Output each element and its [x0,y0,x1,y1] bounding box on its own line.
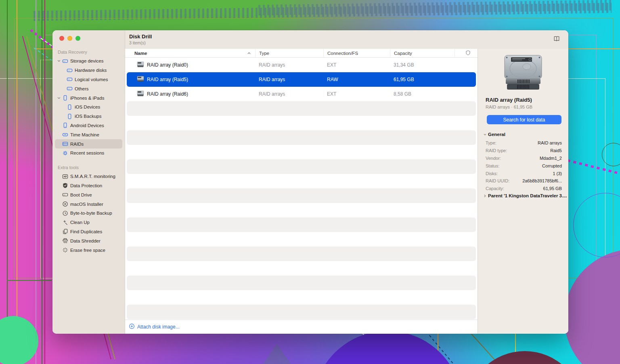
general-detail-rows: Type:RAID arrays RAID type:Raid5 Vendor:… [486,139,562,192]
sidebar-item-iphones-ipads[interactable]: iPhones & iPads [55,93,122,103]
detail-row: RAID UUID:2a6b8b391785bf6... [486,177,562,185]
sidebar-item-boot-drive[interactable]: Boot Drive [55,190,122,199]
shield-check-icon [62,182,68,189]
sidebar-list: Data Recovery Storage devices Hardware d… [52,48,125,255]
sidebar-item-label: Data Protection [70,183,102,188]
sidebar-item-label: Byte-to-byte Backup [70,211,112,215]
detail-row: Status:Corrupted [486,162,562,169]
table-row-empty [125,232,478,247]
row-type: RAID arrays [255,91,323,97]
table-row-raid5-selected[interactable]: RAID array (Raid5) RAID arrays RAW 61,95… [125,72,478,87]
sidebar-item-label: Hardware disks [75,68,107,73]
smart-chart-icon [62,173,68,180]
sidebar-item-label: Boot Drive [70,192,92,197]
book-icon[interactable] [553,36,560,44]
sidebar-item-raids[interactable]: RAIDs [55,139,122,149]
shield-icon [465,50,471,56]
sidebar-item-label: macOS Installer [70,202,103,207]
sidebar-item-label: Others [75,86,89,91]
column-header-protection[interactable] [455,49,478,57]
minimize-button[interactable] [67,36,72,41]
sidebar-item-android-devices[interactable]: Android Devices [55,121,122,130]
column-header-connection-fs[interactable]: Connection/FS [323,49,390,57]
attach-disk-image-button[interactable]: Attach disk image... [129,323,180,331]
sidebar-item-find-duplicates[interactable]: Find Duplicates [55,227,122,236]
item-count: 3 item(s) [129,40,146,45]
shredder-icon [62,238,68,244]
hard-drive-image [502,54,544,93]
bg-line [7,0,8,364]
sidebar-item-recent-sessions[interactable]: Recent sessions [55,149,122,158]
sidebar-item-erase-free-space[interactable]: Erase free space [55,245,122,255]
row-type: RAID arrays [255,77,323,82]
sidebar-item-label: Logical volumes [75,77,108,82]
search-for-lost-data-button[interactable]: Search for lost data [487,115,561,124]
disk-drive-icon [137,90,144,98]
sidebar-item-label: RAIDs [70,142,84,146]
sidebar-item-label: Erase free space [70,248,105,253]
sidebar-item-others[interactable]: Others [55,84,122,93]
table-header: Name Connection/FSType Connection/FS Cap… [125,49,478,58]
sidebar-item-ios-devices[interactable]: iOS Devices [55,103,122,112]
table-row-empty [125,159,478,174]
table-row-empty [125,130,478,145]
app-title: Disk Drill [129,33,152,40]
sidebar-item-macos-installer[interactable]: macOS Installer [55,199,122,209]
disk-drill-window: Data Recovery Storage devices Hardware d… [52,30,568,334]
time-machine-drive-icon [62,132,68,138]
row-fs: EXT [323,62,390,68]
sidebar-section-label: Data Recovery [52,48,125,56]
bg-line [42,0,42,364]
table-row-empty [125,188,478,203]
table-row-empty [125,261,478,276]
history-clock-icon [62,210,68,216]
sidebar-item-data-protection[interactable]: Data Protection [55,181,122,190]
sidebar-item-byte-backup[interactable]: Byte-to-byte Backup [55,209,122,218]
table-row-raid6[interactable]: RAID array (Raid6) RAID arrays EXT 8,58 … [125,87,478,101]
circle-x-icon [62,201,68,207]
row-type: RAID arrays [255,62,323,68]
sidebar: Data Recovery Storage devices Hardware d… [52,30,125,334]
detail-row: Capacity:61,95 GB [486,185,562,192]
sidebar-item-ios-backups[interactable]: iOS Backups [55,112,122,121]
column-header-capacity[interactable]: Capacity [390,49,455,57]
row-name: RAID array (Raid0) [147,62,188,68]
clean-wand-icon [62,219,68,226]
detail-row: RAID type:Raid5 [486,147,562,155]
zoom-button[interactable] [75,36,80,41]
sidebar-item-label: S.M.A.R.T. monitoring [70,174,115,179]
chevron-down-icon[interactable] [57,59,62,63]
sidebar-item-label: Data Shredder [70,238,101,243]
table-row-raid0[interactable]: RAID array (Raid0) RAID arrays EXT 31,34… [125,58,478,72]
parent-device-row[interactable]: Parent '1 Kingston DataTraveler 3.... [483,193,567,198]
sidebar-item-smart-monitoring[interactable]: S.M.A.R.T. monitoring [55,172,122,181]
close-button[interactable] [59,36,64,41]
drive-icon [62,58,68,64]
sidebar-item-label: Find Duplicates [70,229,102,234]
row-capacity: 8,58 GB [390,91,455,97]
detail-row: Disks:1 (3) [486,169,562,177]
chevron-down-icon[interactable] [57,96,62,100]
sidebar-item-time-machine[interactable]: Time Machine [55,130,122,139]
general-section-header[interactable]: General [483,132,505,137]
table-row-empty [125,101,478,116]
sidebar-item-hardware-disks[interactable]: Hardware disks [55,66,122,75]
window-controls [59,36,80,41]
row-fs: EXT [323,91,390,97]
column-header-name[interactable]: Name [125,49,255,57]
detail-row: Type:RAID arrays [486,139,562,147]
table-row-empty [125,174,478,188]
sidebar-item-logical-volumes[interactable]: Logical volumes [55,75,122,84]
disk-drive-icon [137,61,144,69]
titlebar: Disk Drill 3 item(s) [125,30,568,49]
table-row-empty [125,247,478,261]
table-row-empty [125,305,478,319]
device-table: Name Connection/FSType Connection/FS Cap… [125,49,478,334]
raid-stack-icon [62,141,68,147]
sidebar-item-data-shredder[interactable]: Data Shredder [55,236,122,245]
sidebar-item-clean-up[interactable]: Clean Up [55,218,122,227]
sidebar-item-storage-devices[interactable]: Storage devices [55,56,122,66]
iphone-icon [66,113,73,119]
column-header-type[interactable]: Connection/FSType [255,49,323,57]
table-row-empty [125,203,478,218]
